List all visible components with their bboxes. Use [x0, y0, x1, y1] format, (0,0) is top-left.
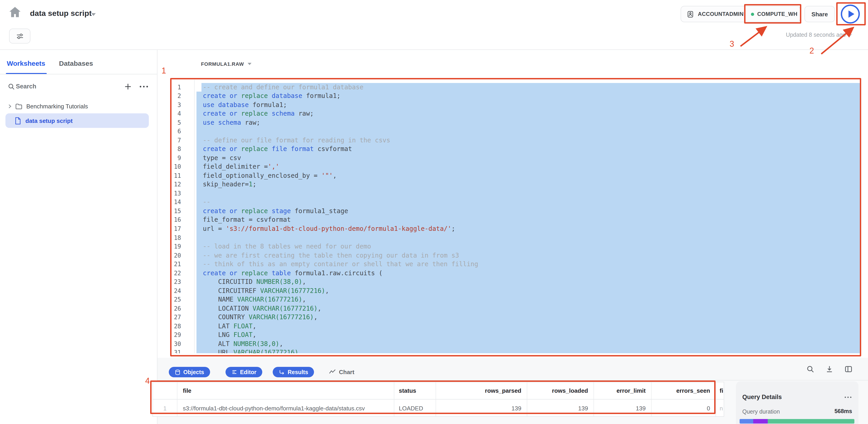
worksheet-filter-button[interactable]: [9, 29, 30, 43]
query-details-more-icon[interactable]: [844, 394, 852, 401]
code-line[interactable]: create or replace file format csvformat: [203, 145, 478, 154]
schema-context-selector[interactable]: FORMULA1.RAW: [201, 61, 252, 67]
code-token: ,: [252, 331, 256, 338]
code-line[interactable]: NAME VARCHAR(16777216),: [203, 295, 478, 304]
code-line[interactable]: create or replace database formula1;: [203, 92, 478, 100]
code-token: -- think of this as an empty container o…: [203, 260, 478, 267]
code-token: VARCHAR(16777216): [249, 314, 314, 321]
results-table[interactable]: filestatusrows_parsedrows_loadederror_li…: [152, 382, 724, 417]
code-line[interactable]: LNG FLOAT,: [203, 331, 478, 340]
download-icon[interactable]: [825, 365, 834, 374]
column-header[interactable]: error_limit: [594, 382, 652, 399]
context-selector-button[interactable]: ACCOUNTADMIN COMPUTE_WH: [681, 6, 800, 22]
code-line[interactable]: [203, 233, 478, 242]
worksheet-title[interactable]: data setup script: [30, 9, 92, 18]
sidebar-item-worksheet-selected[interactable]: data setup script: [5, 113, 149, 128]
role-name: ACCOUNTADMIN: [698, 11, 744, 17]
search-input[interactable]: [15, 83, 98, 90]
code-token: '"': [321, 172, 333, 179]
code-token: ,: [318, 305, 321, 312]
code-line[interactable]: field_delimiter =',': [203, 163, 478, 171]
column-header[interactable]: status: [394, 382, 436, 399]
code-line[interactable]: -- load in the 8 tables we need for our …: [203, 242, 478, 251]
code-line[interactable]: use database formula1;: [203, 100, 478, 109]
code-line[interactable]: type = csv: [203, 154, 478, 163]
split-columns-icon[interactable]: [844, 365, 853, 374]
duration-bar-segment: [753, 419, 768, 424]
code-line[interactable]: LOCATION VARCHAR(16777216),: [203, 304, 478, 313]
line-number: 19: [172, 242, 181, 251]
code-line[interactable]: CIRCUITID NUMBER(38,0),: [203, 278, 478, 286]
code-line[interactable]: url = 's3://formula1-dbt-cloud-python-de…: [203, 225, 478, 233]
code-line[interactable]: field_optionally_enclosed_by = '"',: [203, 171, 478, 180]
sidebar-more-options-icon[interactable]: [139, 84, 149, 89]
code-token: use database: [203, 101, 252, 108]
tab-databases[interactable]: Databases: [59, 59, 93, 67]
results-arrow-icon: [279, 369, 285, 375]
home-button[interactable]: [8, 5, 22, 19]
table-cell: LOADED: [394, 399, 436, 417]
table-cell: s3://formula1-dbt-cloud-python-demo/form…: [178, 399, 394, 417]
folder-icon: [15, 102, 23, 110]
column-header[interactable]: fi: [716, 382, 724, 399]
code-line[interactable]: -- define our file format for reading in…: [203, 136, 478, 145]
code-line[interactable]: create or replace schema raw;: [203, 109, 478, 118]
code-line[interactable]: URL VARCHAR(16777216),: [203, 349, 478, 353]
objects-button[interactable]: Objects: [169, 367, 210, 377]
database-icon: [175, 369, 181, 375]
table-row[interactable]: 1s3://formula1-dbt-cloud-python-demo/for…: [153, 399, 724, 417]
sql-editor[interactable]: 1234567891011121314151617181920212223242…: [172, 80, 860, 353]
chart-icon: [329, 368, 336, 376]
code-token: ,: [279, 340, 283, 347]
code-line[interactable]: ALT NUMBER(38,0),: [203, 340, 478, 349]
sidebar-item-folder[interactable]: Benchmarking Tutorials: [0, 100, 157, 112]
code-token: CIRCUITREF: [203, 287, 260, 294]
code-line[interactable]: use schema raw;: [203, 118, 478, 127]
editor-button[interactable]: Editor: [225, 367, 262, 377]
code-token: replace: [241, 269, 272, 276]
code-token: field_optionally_enclosed_by =: [203, 172, 321, 179]
code-line[interactable]: skip_header=1;: [203, 180, 478, 189]
code-line[interactable]: create or replace stage formula1_stage: [203, 207, 478, 216]
code-token: create or: [203, 110, 241, 117]
line-number: 20: [172, 251, 181, 260]
column-header[interactable]: rows_loaded: [527, 382, 594, 399]
column-header[interactable]: file: [178, 382, 394, 399]
run-button[interactable]: [841, 4, 860, 24]
results-search-icon[interactable]: [806, 365, 815, 374]
code-line[interactable]: -- we are first creating the table then …: [203, 251, 478, 260]
code-token: ,: [314, 314, 318, 321]
code-line[interactable]: -- think of this as an empty container o…: [203, 260, 478, 269]
code-line[interactable]: file_format = csvformat: [203, 216, 478, 225]
code-line[interactable]: [203, 127, 478, 136]
table-cell: 0: [652, 399, 716, 417]
code-token: FLOAT: [234, 331, 252, 338]
updated-status[interactable]: Updated 8 seconds ago: [744, 32, 852, 38]
line-number: 9: [172, 154, 181, 163]
worksheet-doc-icon: [14, 117, 21, 125]
code-line[interactable]: LAT FLOAT,: [203, 322, 478, 331]
table-cell: n: [716, 399, 724, 417]
column-header[interactable]: rows_parsed: [436, 382, 527, 399]
title-dropdown-caret-icon[interactable]: [91, 13, 96, 16]
editor-gutter-numbers: 1234567891011121314151617181920212223242…: [172, 83, 181, 353]
tab-worksheets[interactable]: Worksheets: [7, 59, 45, 67]
new-worksheet-plus-icon[interactable]: [123, 82, 132, 91]
code-line[interactable]: COUNTRY VARCHAR(16777216),: [203, 313, 478, 322]
code-line[interactable]: CIRCUITREF VARCHAR(16777216),: [203, 286, 478, 295]
code-line[interactable]: [203, 189, 478, 198]
column-header[interactable]: errors_seen: [652, 382, 716, 399]
line-number: 5: [172, 118, 181, 127]
results-button[interactable]: Results: [273, 367, 314, 377]
code-token: VARCHAR(16777216): [252, 305, 318, 312]
code-line[interactable]: -- create and define our formula1 databa…: [203, 83, 478, 92]
line-number: 16: [172, 216, 181, 225]
code-line[interactable]: create or replace table formula1.raw.cir…: [203, 269, 478, 278]
column-header[interactable]: [153, 382, 178, 399]
code-token: create or: [203, 92, 241, 99]
line-number: 29: [172, 331, 181, 340]
code-line[interactable]: --: [203, 198, 478, 207]
chart-toggle[interactable]: Chart: [329, 367, 354, 377]
code-token: ;: [452, 225, 455, 232]
share-button[interactable]: Share: [804, 6, 835, 22]
